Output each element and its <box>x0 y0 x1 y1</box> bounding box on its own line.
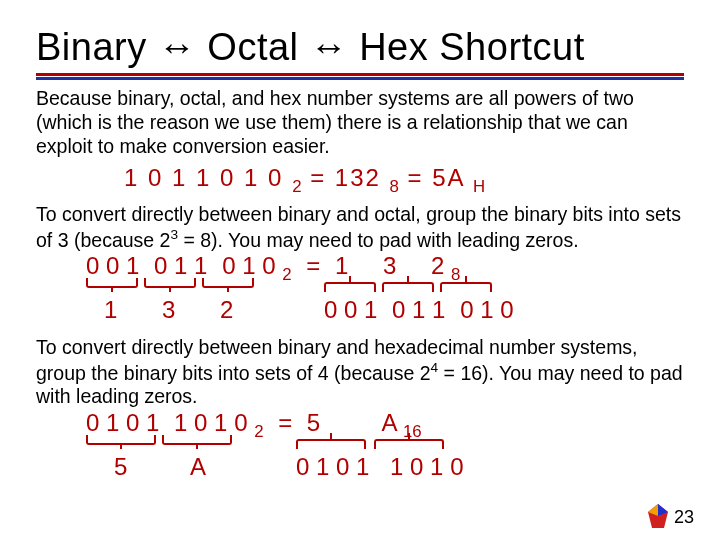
octal-expand-2: 0 1 1 <box>392 296 445 324</box>
octal-diagram: 0 0 1 0 1 1 0 1 0 2 = 1 3 2 8 1 3 2 0 0 … <box>86 252 684 330</box>
eq-sub-2: 2 <box>292 177 301 196</box>
slide-title: Binary ↔ Octal ↔ Hex Shortcut <box>36 0 684 73</box>
bracket-down-icon <box>202 278 254 288</box>
eq-132: = 132 <box>310 164 381 191</box>
bracket-down-icon <box>162 435 232 445</box>
hex-digit-2: A <box>382 409 397 436</box>
bracket-up-icon <box>324 282 376 292</box>
octal-group-1: 0 0 1 <box>86 252 139 280</box>
octal-expand-1: 0 0 1 <box>324 296 377 324</box>
octal-under-3: 2 <box>220 296 233 324</box>
bracket-down-icon <box>144 278 196 288</box>
hex-under-1: 5 <box>114 453 127 481</box>
bracket-up-icon <box>382 282 434 292</box>
hex-sub-in: 2 <box>254 422 263 441</box>
hex-expand-1: 0 1 0 1 <box>296 453 369 481</box>
octal-sub-out: 8 <box>451 265 460 284</box>
bracket-up-icon <box>296 439 366 449</box>
eq-5a: = 5A <box>408 164 465 191</box>
octal-digit-2: 3 <box>383 252 396 279</box>
eq-sub-8: 8 <box>390 177 399 196</box>
octal-under-2: 3 <box>162 296 175 324</box>
hex-sub-out: 16 <box>403 422 422 441</box>
slide: Binary ↔ Octal ↔ Hex Shortcut Because bi… <box>0 0 720 540</box>
bracket-down-icon <box>86 278 138 288</box>
octal-digit-1: 1 <box>335 252 348 279</box>
eq-sub-h: H <box>473 177 485 196</box>
octal-group-2: 0 1 1 <box>154 252 207 280</box>
bracket-up-icon <box>374 439 444 449</box>
bracket-down-icon <box>86 435 156 445</box>
bracket-up-icon <box>440 282 492 292</box>
hex-expand-2: 1 0 1 0 <box>390 453 463 481</box>
title-underline <box>36 73 684 81</box>
octal-digit-3: 2 <box>431 252 444 279</box>
hex-under-2: A <box>190 453 206 481</box>
paragraph-3: To convert directly between binary and h… <box>36 336 684 409</box>
page-number: 23 <box>674 507 694 528</box>
hex-group-2: 1 0 1 0 <box>174 409 247 437</box>
paragraph-1: Because binary, octal, and hex number sy… <box>36 87 684 158</box>
hex-digit-1: 5 <box>307 409 320 436</box>
hex-group-1: 0 1 0 1 <box>86 409 159 437</box>
octal-expand-3: 0 1 0 <box>460 296 513 324</box>
logo-icon <box>644 502 672 530</box>
equation-main: 1 0 1 1 0 1 0 2 = 132 8 = 5A H <box>124 164 684 197</box>
hex-diagram: 0 1 0 1 1 0 1 0 2 = 5 A 16 5 A 0 1 0 1 1… <box>86 409 684 487</box>
eq-bits: 1 0 1 1 0 1 0 <box>124 164 283 191</box>
octal-sub-in: 2 <box>282 265 291 284</box>
octal-group-3: 0 1 0 <box>222 252 275 280</box>
octal-under-1: 1 <box>104 296 117 324</box>
paragraph-2: To convert directly between binary and o… <box>36 203 684 252</box>
